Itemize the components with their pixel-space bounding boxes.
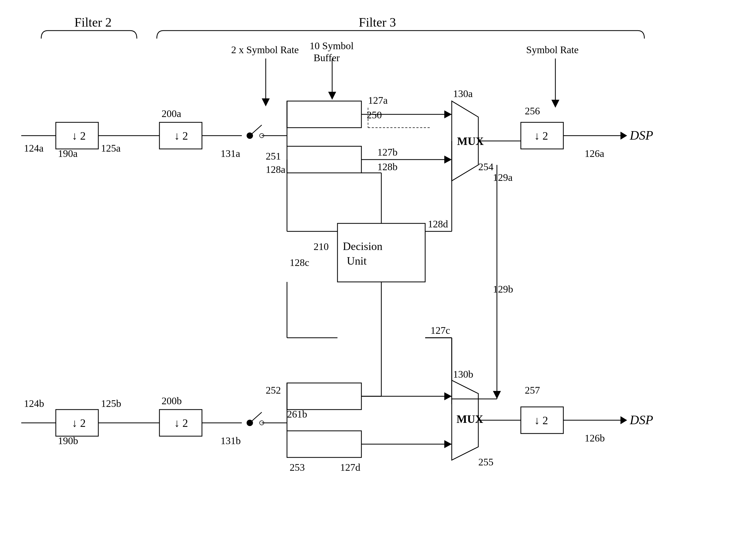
box-200b-div2: ↓ 2 bbox=[174, 417, 188, 429]
label-128b: 128b bbox=[377, 161, 398, 172]
label-255: 255 bbox=[478, 456, 493, 468]
label-190a: 190a bbox=[58, 148, 78, 159]
label-127c: 127c bbox=[430, 325, 450, 336]
label-210: 210 bbox=[314, 241, 329, 252]
diagram-container: Filter 2 Filter 3 ↓ 2 190a 124a 125a ↓ 2… bbox=[0, 0, 756, 546]
label-254: 254 bbox=[478, 161, 493, 172]
label-252: 252 bbox=[266, 385, 281, 396]
label-2x-symbol-rate: 2 x Symbol Rate bbox=[231, 44, 299, 55]
label-131b: 131b bbox=[221, 435, 241, 446]
label-symbol-rate-top: Symbol Rate bbox=[526, 44, 578, 55]
label-200a: 200a bbox=[162, 108, 181, 119]
label-buffer: Buffer bbox=[314, 52, 340, 63]
label-125b: 125b bbox=[101, 398, 121, 409]
label-128c: 128c bbox=[290, 257, 309, 268]
label-125a: 125a bbox=[101, 142, 121, 154]
label-190b: 190b bbox=[58, 435, 78, 446]
decision-unit-label-line1: Decision bbox=[343, 240, 382, 252]
label-250: 250 bbox=[367, 109, 382, 120]
label-128d: 128d bbox=[428, 218, 448, 229]
box-190a-div2: ↓ 2 bbox=[72, 130, 86, 142]
label-130a: 130a bbox=[453, 88, 473, 99]
box-190b-div2: ↓ 2 bbox=[72, 417, 86, 429]
decision-unit-label-line2: Unit bbox=[347, 255, 367, 267]
svg-rect-14 bbox=[287, 101, 361, 128]
svg-rect-31 bbox=[337, 223, 425, 282]
label-126b: 126b bbox=[585, 433, 605, 444]
label-200b: 200b bbox=[162, 395, 182, 406]
label-256: 256 bbox=[525, 105, 540, 116]
box-256-div2: ↓ 2 bbox=[534, 130, 548, 142]
label-127b: 127b bbox=[377, 146, 398, 158]
label-124a: 124a bbox=[24, 142, 44, 154]
label-251: 251 bbox=[266, 150, 281, 162]
label-129b: 129b bbox=[493, 284, 513, 295]
label-131a: 131a bbox=[221, 148, 240, 159]
box-257-div2: ↓ 2 bbox=[534, 414, 548, 427]
label-124b: 124b bbox=[24, 398, 44, 409]
box-200a-div2: ↓ 2 bbox=[174, 130, 188, 142]
label-128a: 128a bbox=[266, 164, 285, 175]
circuit-diagram: Filter 2 Filter 3 ↓ 2 190a 124a 125a ↓ 2… bbox=[0, 0, 756, 546]
label-127a: 127a bbox=[368, 95, 388, 106]
filter2-label: Filter 2 bbox=[74, 15, 112, 29]
svg-rect-54 bbox=[287, 431, 361, 457]
svg-rect-53 bbox=[287, 383, 361, 410]
label-10symbol-buffer: 10 Symbol bbox=[310, 40, 354, 51]
label-261b: 261b bbox=[287, 409, 307, 420]
label-126a: 126a bbox=[585, 148, 604, 159]
label-127d: 127d bbox=[340, 462, 360, 473]
dsp-label-top: DSP bbox=[630, 128, 653, 142]
filter3-label: Filter 3 bbox=[359, 15, 396, 29]
label-253: 253 bbox=[290, 462, 305, 473]
label-257: 257 bbox=[525, 385, 540, 396]
label-130b: 130b bbox=[453, 369, 473, 380]
label-129a: 129a bbox=[493, 172, 513, 183]
mux-b-label: MUX bbox=[457, 413, 483, 425]
dsp-label-bottom: DSP bbox=[630, 413, 653, 427]
svg-rect-19 bbox=[287, 146, 361, 173]
